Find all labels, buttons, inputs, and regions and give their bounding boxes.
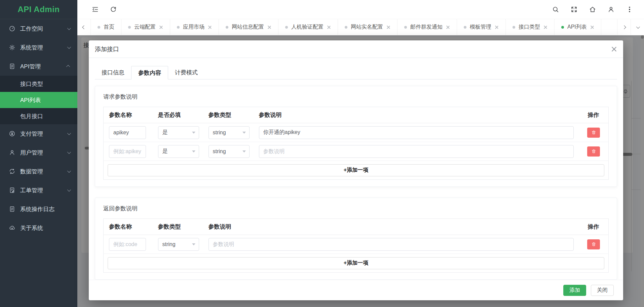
chevron-down-icon bbox=[67, 45, 71, 49]
col-header-desc: 参数说明 bbox=[254, 107, 579, 123]
tab-site-info[interactable]: 网站信息配置 bbox=[219, 19, 278, 35]
sidebar-item-label: API管理 bbox=[20, 63, 67, 70]
sidebar-fold-icon[interactable] bbox=[91, 6, 99, 13]
document-icon bbox=[9, 63, 15, 70]
tab-close-icon[interactable] bbox=[267, 25, 271, 29]
param-required-select[interactable]: 是 bbox=[158, 126, 199, 139]
close-button[interactable]: 关闭 bbox=[591, 285, 614, 296]
tab-close-icon[interactable] bbox=[543, 25, 547, 29]
tab-label: 网站信息配置 bbox=[232, 24, 264, 31]
sidebar-item-data[interactable]: 数据管理 bbox=[0, 162, 77, 181]
sidebar-subitem-api-type[interactable]: 接口类型 bbox=[0, 76, 77, 92]
add-button[interactable]: 添加 bbox=[563, 285, 586, 296]
tab-cloud-config[interactable]: 云端配置 bbox=[121, 19, 170, 35]
chevron-down-icon bbox=[67, 150, 71, 154]
sidebar-item-users[interactable]: 用户管理 bbox=[0, 143, 77, 162]
log-icon bbox=[9, 206, 15, 212]
tab-close-icon[interactable] bbox=[590, 25, 594, 29]
table-row: 是 string bbox=[104, 123, 609, 142]
dialog-footer: 添加 关闭 bbox=[89, 280, 623, 300]
tab-close-icon[interactable] bbox=[446, 25, 450, 29]
tab-home[interactable]: 首页 bbox=[91, 19, 121, 35]
user-icon bbox=[9, 149, 15, 156]
param-name-input[interactable] bbox=[109, 145, 146, 158]
param-name-input[interactable] bbox=[109, 126, 146, 139]
sidebar-item-label: 关于系统 bbox=[20, 224, 70, 232]
tab-api-list[interactable]: API列表 bbox=[555, 19, 601, 35]
user-avatar-icon[interactable] bbox=[607, 6, 615, 13]
param-type-select[interactable]: string bbox=[209, 145, 250, 158]
sidebar: API Admin 工作空间 系统管理 API管理 接口类型 API列表 包月接… bbox=[0, 0, 77, 307]
sidebar-item-about[interactable]: 关于系统 bbox=[0, 218, 77, 237]
tab-dot-icon bbox=[561, 26, 564, 29]
tab-close-icon[interactable] bbox=[386, 25, 390, 29]
tabs-scroll-left-button[interactable] bbox=[77, 19, 91, 35]
tab-dot-icon bbox=[177, 26, 180, 29]
search-icon[interactable] bbox=[552, 6, 559, 13]
param-type-select[interactable]: string bbox=[158, 238, 199, 251]
table-header-row: 参数名称 是否必填 参数类型 参数说明 操作 bbox=[104, 107, 609, 123]
sidebar-item-workspace[interactable]: 工作空间 bbox=[0, 19, 77, 38]
chevron-left-icon bbox=[82, 25, 86, 29]
tab-param-content[interactable]: 参数内容 bbox=[131, 66, 168, 79]
chevron-right-icon bbox=[622, 25, 626, 29]
sidebar-item-syslog[interactable]: 系统操作日志 bbox=[0, 200, 77, 218]
col-header-desc: 参数说明 bbox=[203, 219, 579, 235]
chevron-down-icon bbox=[67, 131, 71, 135]
tab-dot-icon bbox=[128, 26, 131, 29]
param-required-select[interactable]: 是 bbox=[158, 145, 199, 158]
tabs-dropdown-button[interactable] bbox=[631, 19, 644, 35]
home-icon[interactable] bbox=[589, 6, 596, 13]
param-type-select[interactable]: string bbox=[209, 126, 250, 139]
app-logo: API Admin bbox=[0, 0, 77, 19]
sidebar-item-label: 支付管理 bbox=[20, 130, 67, 138]
tab-label: 网站实名配置 bbox=[351, 24, 383, 31]
tab-api-info[interactable]: 接口信息 bbox=[95, 66, 131, 79]
refresh-icon[interactable] bbox=[110, 6, 117, 13]
topbar bbox=[77, 0, 644, 19]
tab-close-icon[interactable] bbox=[327, 25, 331, 29]
tab-close-icon[interactable] bbox=[159, 25, 163, 29]
close-icon[interactable] bbox=[611, 46, 617, 52]
section-title: 返回参数说明 bbox=[103, 205, 609, 212]
param-desc-input[interactable] bbox=[209, 238, 574, 251]
sidebar-subitem-api-list[interactable]: API列表 bbox=[0, 92, 77, 108]
tab-dot-icon bbox=[226, 26, 228, 29]
tab-captcha-config[interactable]: 人机验证配置 bbox=[278, 19, 338, 35]
trash-icon bbox=[591, 149, 596, 154]
tabs-scroll-right-button[interactable] bbox=[617, 19, 631, 35]
sidebar-subitem-monthly-api[interactable]: 包月接口 bbox=[0, 108, 77, 124]
col-header-type: 参数类型 bbox=[203, 107, 254, 123]
tab-api-type[interactable]: 接口类型 bbox=[506, 19, 555, 35]
sidebar-item-api[interactable]: API管理 bbox=[0, 57, 77, 76]
tab-close-icon[interactable] bbox=[495, 25, 499, 29]
tab-realname-config[interactable]: 网站实名配置 bbox=[338, 19, 397, 35]
delete-row-button[interactable] bbox=[587, 128, 600, 138]
tab-billing-mode[interactable]: 计费模式 bbox=[168, 66, 204, 79]
tab-mail-notify[interactable]: 邮件群发通知 bbox=[397, 19, 457, 35]
dialog-title: 添加接口 bbox=[95, 45, 119, 53]
sidebar-item-system[interactable]: 系统管理 bbox=[0, 38, 77, 57]
return-params-card: 返回参数说明 参数名称 参数类型 参数说明 操作 string bbox=[95, 198, 617, 280]
app-root: API Admin 工作空间 系统管理 API管理 接口类型 API列表 包月接… bbox=[0, 0, 644, 307]
tab-template-mgmt[interactable]: 模板管理 bbox=[457, 19, 506, 35]
tab-label: 应用市场 bbox=[183, 24, 204, 31]
sidebar-item-label: 系统管理 bbox=[20, 44, 67, 52]
tab-app-market[interactable]: 应用市场 bbox=[170, 19, 219, 35]
trash-icon bbox=[591, 130, 596, 135]
add-param-button[interactable]: +添加一项 bbox=[108, 164, 604, 176]
sidebar-item-payment[interactable]: 支付管理 bbox=[0, 124, 77, 143]
delete-row-button[interactable] bbox=[587, 239, 600, 249]
select-value: string bbox=[162, 241, 192, 247]
tab-close-icon[interactable] bbox=[208, 25, 212, 29]
param-desc-input[interactable] bbox=[259, 145, 574, 158]
fullscreen-icon[interactable] bbox=[570, 6, 578, 13]
sidebar-item-tickets[interactable]: 工单管理 bbox=[0, 181, 77, 200]
dialog-body: 接口信息 参数内容 计费模式 请求参数说明 参数名称 是否必填 参数类型 参数说… bbox=[89, 58, 623, 280]
chevron-down-icon bbox=[67, 188, 71, 192]
more-menu-icon[interactable] bbox=[626, 7, 633, 12]
param-desc-input[interactable] bbox=[259, 126, 574, 139]
param-name-input[interactable] bbox=[109, 238, 146, 251]
add-param-button[interactable]: +添加一项 bbox=[108, 257, 604, 269]
delete-row-button[interactable] bbox=[587, 146, 600, 157]
